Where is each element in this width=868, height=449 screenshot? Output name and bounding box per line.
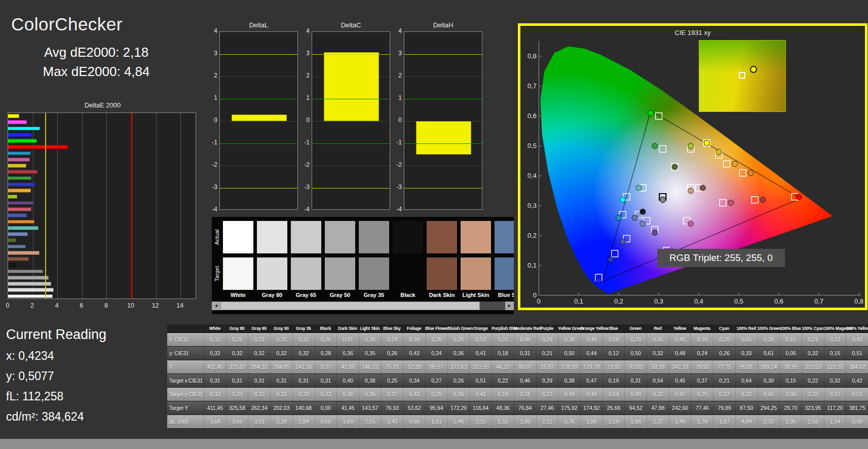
cie-measured-yellow-green (688, 143, 694, 149)
table-cell: 0,00 (315, 401, 337, 415)
delta-reference-line (312, 188, 390, 189)
table-column-header-gray-35: Gray 35 (292, 324, 315, 332)
table-row-label: ΔE 2000 (167, 415, 204, 428)
swatch-target-blue-sky[interactable] (495, 257, 514, 290)
table-cell: 0,34 (403, 333, 425, 346)
swatch-target-gray-65[interactable] (291, 257, 321, 290)
table-column-header-white: White (204, 324, 226, 332)
table-cell: 0,12 (602, 347, 625, 360)
table-cell: 325,58 (226, 401, 248, 415)
cie-y-tick-label: 0,3 (521, 202, 537, 209)
cie-y-tick-label: 0,6 (521, 112, 537, 120)
table-cell: 0,48 (514, 333, 536, 346)
swatch-actual-dark-skin[interactable] (427, 221, 457, 253)
table-cell: 175,92 (558, 401, 580, 415)
table-cell: 0,34 (403, 374, 425, 387)
cie-1931-panel[interactable]: CIE 1931 xy 00,10,20,30,40,50,60,70,8 00… (518, 23, 867, 310)
swatch-target-gray-35[interactable] (359, 257, 389, 290)
table-cell: 0,26 (425, 333, 447, 346)
de-bar-orange-yellow (8, 189, 31, 193)
table-cell: 0,31 (248, 333, 270, 346)
table-cell: 0,19 (602, 374, 625, 387)
table-cell: 48,36 (492, 401, 514, 415)
cie-y-tick-label: 0,7 (521, 82, 537, 90)
swatch-target-gray-80[interactable] (257, 257, 287, 290)
table-cell: 0,43 (403, 388, 425, 401)
table-cell: 294,25 (758, 401, 780, 415)
table-cell: 0,51 (469, 374, 492, 387)
swatch-actual-gray-35[interactable] (359, 221, 389, 253)
de-bar-yellow (8, 164, 26, 168)
table-row-label: Target y:CIE31 (167, 388, 204, 401)
table-cell: 87,50 (735, 401, 758, 415)
table-cell: 53,62 (403, 401, 425, 415)
de-reference-line (45, 113, 46, 298)
table-cell: 0,15 (824, 347, 846, 360)
swatch-actual-white[interactable] (223, 221, 253, 253)
table-cell: 0,15 (779, 333, 802, 346)
table-row-label: Target Y (167, 401, 204, 415)
table-column-header-100-cyan: 100% Cyan (802, 324, 824, 332)
delta-c-chart[interactable]: DeltaC 43210-1-2-3-4 (296, 21, 390, 213)
cie-measured-blue-flower (640, 221, 646, 227)
swatch-actual-black[interactable] (393, 221, 423, 253)
de-x-tick-label: 6 (80, 302, 83, 309)
swatch-target-white[interactable] (223, 257, 253, 290)
swatch-actual-gray-80[interactable] (257, 221, 287, 253)
table-cell: 143,57 (359, 401, 381, 415)
table-cell: 0,49 (558, 388, 580, 401)
swatch-scrollbar[interactable]: ◄ ► (212, 302, 514, 310)
cie-x-tick-label: 0,8 (851, 297, 867, 305)
dh-bar (416, 121, 471, 155)
delta-gridline (220, 166, 297, 166)
scroll-right-arrow-icon[interactable]: ► (505, 302, 514, 310)
swatch-actual-gray-65[interactable] (291, 221, 321, 253)
cie-x-tick-label: 0,5 (731, 297, 747, 305)
swatch-actual-blue-sky[interactable] (495, 221, 514, 253)
cie-measured-100-cyan (620, 197, 625, 203)
swatch-target-gray-50[interactable] (325, 257, 355, 290)
table-cell: 0,21 (492, 333, 514, 346)
de-bar-light-skin (8, 251, 40, 255)
table-row-target-x-cie31: Target x:CIE310,310,310,310,310,310,310,… (167, 374, 868, 388)
cie-x-tick-label: 0,4 (691, 297, 707, 305)
delta-y-tick-label: -1 (389, 139, 402, 146)
table-cell: 0,38 (558, 374, 580, 387)
table-column-header-yellow: Yellow (669, 324, 691, 332)
patch-swatch-strip[interactable]: Actual Target ◄ ► WhiteGray 80Gray 65Gra… (212, 217, 514, 314)
table-cell: 262,34 (248, 401, 270, 415)
delta-y-tick-label: -1 (296, 139, 310, 146)
delta-l-chart[interactable]: DeltaL 43210-1-2-3-4 (204, 21, 298, 213)
scroll-left-arrow-icon[interactable]: ◄ (212, 302, 220, 310)
swatch-actual-light-skin[interactable] (461, 221, 491, 253)
delta-y-tick-label: 2 (204, 72, 217, 79)
table-cell: 0,25 (381, 374, 403, 387)
table-cell: 1,52 (492, 415, 514, 428)
de-bar-gray-35 (8, 270, 43, 274)
table-column-header-light-skin: Light Skin (359, 324, 381, 332)
table-cell: 0,27 (713, 388, 735, 401)
delta-reference-line (404, 99, 482, 99)
table-column-header-gray-80: Gray 80 (226, 324, 248, 332)
swatch-target-dark-skin[interactable] (427, 257, 457, 290)
swatch-actual-gray-50[interactable] (325, 221, 355, 253)
table-cell: 0,27 (315, 360, 337, 373)
scrollbar-thumb[interactable] (220, 302, 480, 310)
swatch-label-blue-sky: Blue Sky (495, 292, 514, 298)
table-row-x-cie31: x: CIE310,310,310,310,310,310,260,410,38… (167, 333, 868, 347)
swatch-target-black[interactable] (393, 257, 423, 290)
cie-measured-blue-sky (632, 215, 637, 220)
table-cell: 1,54 (824, 415, 846, 428)
table-corner-cell (167, 324, 204, 332)
delta-h-chart[interactable]: DeltaH 43210-1-2-3-4 (389, 21, 482, 213)
de-gridline (180, 113, 181, 298)
table-cell: 1,69 (336, 415, 359, 428)
table-cell: 116,64 (469, 401, 492, 415)
cie-zoom-inset (699, 40, 786, 112)
cie-measured-purple (652, 230, 658, 236)
table-cell: 0,43 (403, 347, 425, 360)
table-cell: 3,64 (204, 415, 226, 428)
deltae2000-chart[interactable]: DeltaE 2000 02468101214 (5, 101, 200, 313)
current-reading-title: Current Reading (6, 327, 163, 343)
swatch-target-light-skin[interactable] (461, 257, 491, 290)
